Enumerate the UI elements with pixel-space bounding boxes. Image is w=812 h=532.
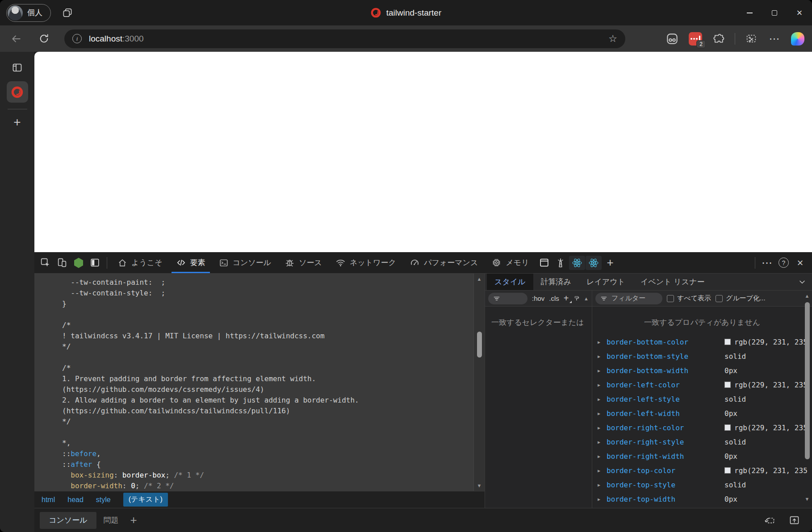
computed-property-row[interactable]: ▶ border-right-color rgb(229, 231, 235 — [598, 420, 812, 435]
tab-elements[interactable]: 要素 — [169, 252, 212, 273]
drawer-more-tools-button[interactable]: + — [130, 513, 137, 527]
tab-console[interactable]: コンソール — [212, 252, 278, 273]
expander-icon[interactable]: ▶ — [598, 497, 607, 502]
expander-icon[interactable]: ▶ — [598, 468, 607, 473]
scroll-up-arrow[interactable]: ▲ — [584, 296, 589, 301]
devtools-help-button[interactable]: ? — [775, 252, 792, 273]
computed-property-row[interactable]: ▶ border-right-style solid — [598, 435, 812, 449]
tab-application[interactable] — [536, 252, 552, 273]
tab-sources[interactable]: ソース — [278, 252, 329, 273]
scroll-up-arrow[interactable]: ▲ — [803, 293, 811, 299]
scroll-down-arrow[interactable]: ▼ — [474, 483, 485, 488]
tab-memory[interactable]: メモリ — [485, 252, 536, 273]
device-emulation-button[interactable] — [54, 252, 70, 273]
tab-react-components[interactable] — [569, 252, 586, 273]
computed-property-row[interactable]: ▶ border-top-width 0px — [598, 492, 812, 506]
plus-icon: + — [607, 256, 613, 270]
expander-icon[interactable]: ▶ — [598, 340, 607, 345]
settings-more-button[interactable]: ⋯ — [767, 32, 782, 46]
computed-property-row[interactable]: ▶ border-left-color rgb(229, 231, 235 — [598, 378, 812, 392]
workspaces-button[interactable] — [60, 5, 75, 21]
tab-react-profiler[interactable] — [586, 252, 602, 273]
address-bar[interactable]: i localhost :3000 ☆ — [64, 29, 625, 48]
computed-property-row[interactable]: ▶ border-bottom-style solid — [598, 349, 812, 363]
tab-computed[interactable]: 計算済み — [533, 274, 579, 290]
expander-icon[interactable]: ▶ — [598, 397, 607, 402]
computed-property-row[interactable]: ▶ border-left-style solid — [598, 392, 812, 406]
computed-property-row[interactable]: ▶ border-bottom-color rgb(229, 231, 235 — [598, 335, 812, 349]
scrollbar-thumb[interactable] — [477, 332, 482, 357]
show-all-checkbox[interactable]: すべて表示 — [667, 294, 711, 303]
browser-window: 個人 tailwind-starter × — [0, 0, 812, 532]
extension-hexagon-button[interactable] — [70, 252, 87, 273]
expander-icon[interactable]: ▶ — [598, 440, 607, 445]
class-toggle[interactable]: .cls — [549, 295, 559, 302]
maximize-button[interactable] — [762, 0, 787, 25]
breadcrumb-text-node[interactable]: (テキスト) — [123, 493, 168, 507]
expander-icon[interactable]: ▶ — [598, 411, 607, 416]
computed-scrollbar[interactable]: ▲ ▼ — [803, 292, 811, 506]
code-scrollbar[interactable]: ▲ ▼ — [473, 274, 485, 491]
refresh-button[interactable] — [36, 31, 52, 47]
console-drawer: コンソール 問題 + — [34, 508, 812, 532]
close-button[interactable]: × — [787, 0, 812, 25]
styles-filter-input[interactable] — [488, 293, 527, 304]
styles-subpane: :hov .cls + ▲ 一致するセレクターまたは — [485, 291, 592, 508]
tab-lighthouse[interactable] — [552, 252, 569, 273]
new-style-rule-button[interactable]: + — [564, 293, 569, 303]
computed-filter-input[interactable]: フィルター — [595, 293, 662, 304]
tab-welcome[interactable]: ようこそ — [111, 252, 169, 273]
tab-performance[interactable]: パフォーマンス — [403, 252, 485, 273]
expander-icon[interactable]: ▶ — [598, 368, 607, 373]
web-capture-button[interactable] — [744, 32, 758, 46]
dock-side-button[interactable] — [87, 252, 103, 273]
profile-button[interactable]: 個人 — [6, 4, 51, 22]
expander-icon[interactable]: ▶ — [598, 425, 607, 430]
tab-styles[interactable]: スタイル — [487, 274, 533, 290]
group-checkbox[interactable]: グループ化... — [716, 294, 766, 303]
computed-property-row[interactable]: ▶ border-top-style solid — [598, 478, 812, 492]
inspect-element-button[interactable] — [37, 252, 54, 273]
password-extension-button[interactable]: 2 — [688, 32, 703, 46]
computed-property-row[interactable]: ▶ border-bottom-width 0px — [598, 363, 812, 378]
favorite-star-icon[interactable]: ☆ — [608, 33, 617, 45]
expander-icon[interactable]: ▶ — [598, 482, 607, 487]
drawer-tab-issues[interactable]: 問題 — [96, 512, 126, 529]
react-tile — [569, 256, 585, 270]
scrollbar-thumb[interactable] — [805, 302, 810, 459]
scroll-down-arrow[interactable]: ▼ — [803, 496, 811, 502]
more-tabs-button[interactable]: + — [602, 252, 619, 273]
minimize-button[interactable] — [737, 0, 762, 25]
extensions-button[interactable] — [712, 32, 726, 46]
drawer-dock-button[interactable] — [764, 514, 776, 526]
breadcrumb-head[interactable]: head — [67, 496, 84, 504]
browser-essentials-button[interactable] — [665, 32, 679, 46]
computed-property-row[interactable]: ▶ border-right-width 0px — [598, 449, 812, 463]
expander-icon[interactable]: ▶ — [598, 382, 607, 387]
drawer-tab-console[interactable]: コンソール — [40, 512, 96, 529]
drawer-expand-button[interactable] — [788, 514, 800, 526]
computed-property-row[interactable]: ▶ border-top-color rgb(229, 231, 235 — [598, 463, 812, 478]
active-tab[interactable] — [7, 81, 28, 103]
expander-icon[interactable]: ▶ — [598, 354, 607, 359]
back-button[interactable] — [8, 31, 24, 47]
new-tab-button[interactable]: + — [10, 115, 25, 130]
devtools-more-button[interactable]: ⋯ — [759, 252, 775, 273]
tab-layout[interactable]: レイアウト — [579, 274, 633, 290]
sidebar-chevron-button[interactable] — [798, 278, 807, 287]
breadcrumb-html[interactable]: html — [42, 496, 55, 504]
devtools-close-button[interactable]: × — [792, 252, 808, 273]
copilot-button[interactable] — [791, 32, 805, 46]
tab-network[interactable]: ネットワーク — [329, 252, 403, 273]
tab-event-listeners[interactable]: イベント リスナー — [633, 274, 712, 290]
breadcrumb-style[interactable]: style — [96, 496, 111, 504]
pseudo-state-toggle[interactable]: :hov — [532, 295, 544, 302]
computed-property-row[interactable]: ▶ border-left-width 0px — [598, 406, 812, 420]
dock-side-icon — [89, 257, 100, 268]
tab-panel-toggle-button[interactable] — [10, 60, 25, 75]
rendering-brush-icon[interactable] — [573, 294, 580, 303]
page-viewport[interactable] — [34, 52, 812, 252]
site-info-icon[interactable]: i — [72, 34, 82, 43]
scroll-up-arrow[interactable]: ▲ — [474, 276, 485, 282]
expander-icon[interactable]: ▶ — [598, 454, 607, 459]
